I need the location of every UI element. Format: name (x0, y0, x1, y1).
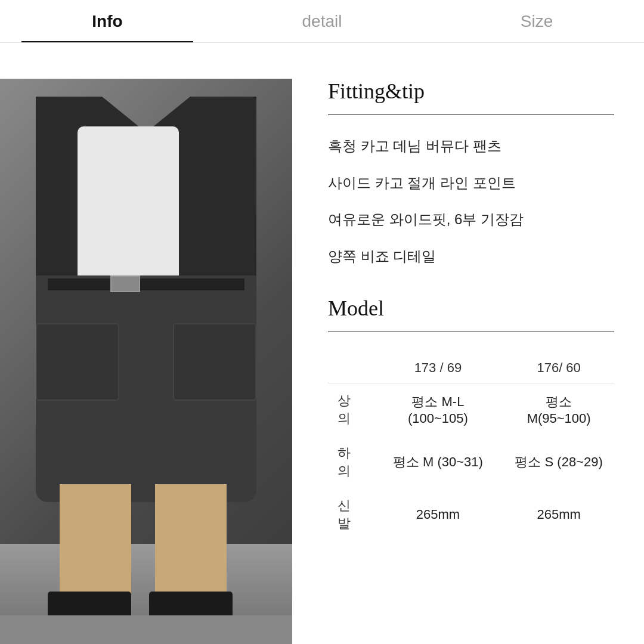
row-0-col2: 평소 M(95~100) (503, 383, 614, 436)
feature-item-1: 사이드 카고 절개 라인 포인트 (328, 173, 614, 193)
table-row: 하의 평소 M (30~31) 평소 S (28~29) (328, 436, 614, 488)
col-header-1: 173 / 69 (372, 353, 503, 383)
row-2-label: 신발 (328, 488, 372, 541)
row-0-col1: 평소 M-L (100~105) (372, 383, 503, 436)
row-0-label: 상의 (328, 383, 372, 436)
tab-size[interactable]: Size (429, 0, 644, 42)
row-2-col1: 265mm (372, 488, 503, 541)
fitting-title: Fitting&tip (328, 79, 614, 104)
table-row: 신발 265mm 265mm (328, 488, 614, 541)
fitting-divider (328, 114, 614, 115)
col-header-2: 176/ 60 (503, 353, 614, 383)
features-list: 흑청 카고 데님 버뮤다 팬츠 사이드 카고 절개 라인 포인트 여유로운 와이… (328, 136, 614, 266)
model-title: Model (328, 296, 614, 321)
row-1-col2: 평소 S (28~29) (503, 436, 614, 488)
model-divider (328, 332, 614, 332)
table-header-row: 173 / 69 176/ 60 (328, 353, 614, 383)
row-1-col1: 평소 M (30~31) (372, 436, 503, 488)
feature-item-2: 여유로운 와이드핏, 6부 기장감 (328, 209, 614, 230)
info-area: Fitting&tip 흑청 카고 데님 버뮤다 팬츠 사이드 카고 절개 라인… (292, 43, 644, 644)
row-2-col2: 265mm (503, 488, 614, 541)
model-image-area (0, 79, 292, 644)
tab-navigation: Info detail Size (0, 0, 644, 43)
feature-item-0: 흑청 카고 데님 버뮤다 팬츠 (328, 136, 614, 156)
table-row: 상의 평소 M-L (100~105) 평소 M(95~100) (328, 383, 614, 436)
model-table: 173 / 69 176/ 60 상의 평소 M-L (100~105) 평소 … (328, 353, 614, 541)
col-header-0 (328, 353, 372, 383)
tab-detail[interactable]: detail (215, 0, 429, 42)
tab-info[interactable]: Info (0, 0, 215, 42)
model-section: Model 173 / 69 176/ 60 상의 평소 M-L (100~10… (328, 296, 614, 541)
model-photo (0, 79, 292, 615)
fitting-section: Fitting&tip 흑청 카고 데님 버뮤다 팬츠 사이드 카고 절개 라인… (328, 79, 614, 266)
row-1-label: 하의 (328, 436, 372, 488)
feature-item-3: 양쪽 비죠 디테일 (328, 246, 614, 267)
main-content: Fitting&tip 흑청 카고 데님 버뮤다 팬츠 사이드 카고 절개 라인… (0, 43, 644, 644)
